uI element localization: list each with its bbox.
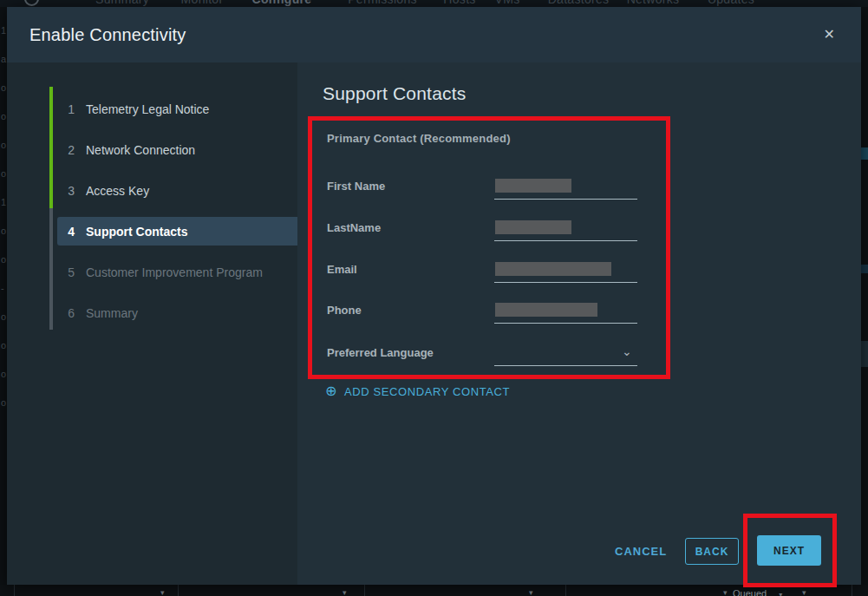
step-label: Summary (86, 306, 138, 320)
column-separator (14, 585, 15, 596)
add-secondary-contact-label: ADD SECONDARY CONTACT (344, 385, 510, 398)
step-number: 5 (62, 265, 75, 279)
background-inventory-edge: 1aoooo1oo-oooo (0, 7, 7, 585)
background-text-fragment: 1 (1, 198, 7, 207)
background-text-fragment: o (1, 341, 7, 350)
background-text-fragment: o (1, 112, 7, 121)
last-name-redacted-value (495, 220, 571, 234)
background-tab-vms: VMs (495, 0, 520, 6)
background-tab-updates: Updates (708, 0, 754, 6)
wizard-step-customer-improvement-program[interactable]: 5Customer Improvement Program (7, 252, 297, 292)
background-tab-hosts: Hosts (443, 0, 475, 6)
wizard-step-access-key[interactable]: 3Access Key (7, 170, 297, 211)
last-name-underline (494, 240, 637, 241)
preferred-language-select[interactable] (494, 339, 637, 365)
email-redacted-value (495, 262, 611, 276)
background-text-fragment: a (1, 55, 7, 64)
background-text-fragment: 1 (1, 26, 7, 36)
wizard-step-telemetry-legal-notice[interactable]: 1Telemetry Legal Notice (7, 88, 297, 129)
phone-redacted-value (495, 303, 597, 317)
background-tab-summary: Summary (95, 0, 149, 6)
wizard-step-nav: 1Telemetry Legal Notice2Network Connecti… (7, 62, 297, 585)
background-right-edge (861, 7, 868, 585)
plus-circle-icon: ⊕ (325, 384, 337, 398)
background-text-fragment: o (1, 312, 7, 322)
background-tab-monitor: Monitor (181, 0, 224, 6)
primary-contact-section-label: Primary Contact (Recommended) (327, 132, 511, 145)
background-tab-bar: SummaryMonitorConfigurePermissionsHostsV… (0, 0, 868, 7)
preferred-language-underline (494, 365, 637, 366)
email-underline (494, 282, 637, 283)
step-number: 3 (62, 184, 75, 198)
column-separator (178, 585, 179, 596)
filter-funnel-icon: ▾ (723, 589, 728, 596)
phone-underline (494, 323, 637, 324)
background-text-fragment: o (1, 370, 7, 379)
first-name-underline (494, 199, 637, 200)
phone-label: Phone (327, 304, 362, 317)
next-button[interactable]: NEXT (757, 535, 821, 566)
vm-status-icon (24, 0, 39, 6)
background-table-header: ▾▾▾▾▾▾ Queued▾ (0, 585, 868, 596)
background-tab-networks: Networks (627, 0, 680, 6)
step-label: Network Connection (86, 143, 195, 157)
background-tab-datastores: Datastores (548, 0, 610, 6)
chevron-down-icon[interactable]: ⌄ (622, 345, 632, 357)
filter-funnel-icon: ▾ (529, 589, 533, 596)
email-label: Email (327, 263, 357, 276)
background-text-fragment: o (1, 226, 7, 236)
status-value: Queued (733, 588, 767, 596)
step-number: 6 (62, 306, 75, 320)
dialog-header: Enable Connectivity ✕ (7, 7, 861, 62)
column-separator (364, 585, 365, 596)
background-tab-permissions: Permissions (348, 0, 417, 6)
step-label: Customer Improvement Program (86, 265, 263, 279)
status-filter-queued: Queued▾ (733, 588, 782, 596)
filter-funnel-icon: ▾ (343, 589, 347, 596)
dialog-title: Enable Connectivity (29, 25, 186, 45)
page-title: Support Contacts (323, 83, 466, 104)
preferred-language-label: Preferred Language (327, 346, 434, 359)
column-separator (565, 585, 566, 596)
step-label: Support Contacts (86, 225, 187, 239)
last-name-label: LastName (327, 221, 381, 234)
first-name-label: First Name (327, 180, 385, 193)
back-button[interactable]: BACK (685, 538, 739, 565)
step-number: 2 (62, 143, 75, 157)
background-fragment (861, 147, 868, 160)
column-separator (852, 585, 852, 596)
background-fragment (861, 265, 868, 273)
first-name-redacted-value (495, 179, 571, 193)
background-text-fragment: o (1, 141, 7, 150)
caret-down-icon: ▾ (779, 591, 782, 596)
background-tab-configure: Configure (252, 0, 312, 6)
step-number: 1 (62, 102, 75, 116)
step-number: 4 (62, 225, 75, 239)
step-label: Telemetry Legal Notice (86, 102, 209, 116)
enable-connectivity-dialog: Enable Connectivity ✕ 1Telemetry Legal N… (7, 7, 861, 585)
background-text-fragment: - (1, 284, 7, 293)
cancel-button[interactable]: CANCEL (610, 543, 672, 560)
background-text-fragment: o (1, 83, 7, 93)
dialog-body: 1Telemetry Legal Notice2Network Connecti… (7, 62, 861, 585)
step-content-pane: Support Contacts Primary Contact (Recomm… (297, 62, 861, 585)
background-fragment (861, 341, 868, 367)
filter-funnel-icon: ▾ (802, 589, 806, 596)
wizard-step-summary[interactable]: 6Summary (7, 292, 297, 333)
wizard-step-support-contacts[interactable]: 4Support Contacts (7, 211, 297, 252)
wizard-step-network-connection[interactable]: 2Network Connection (7, 129, 297, 170)
add-secondary-contact-button[interactable]: ⊕ ADD SECONDARY CONTACT (325, 384, 510, 398)
background-text-fragment: o (1, 169, 7, 179)
step-label: Access Key (86, 184, 149, 198)
close-icon[interactable]: ✕ (820, 24, 839, 45)
filter-funnel-icon: ▾ (160, 589, 165, 596)
background-text-fragment: o (1, 255, 7, 265)
background-text-fragment: o (1, 398, 7, 408)
